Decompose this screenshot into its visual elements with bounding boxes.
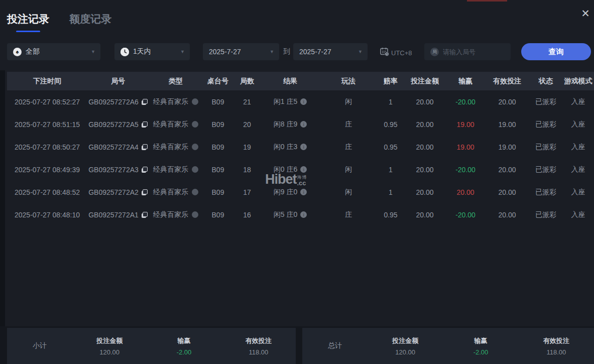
to-label: 到 <box>283 47 290 56</box>
cell-type: 经典百家乐 <box>149 203 203 226</box>
column-header: 状态 <box>529 72 562 90</box>
result-info-icon[interactable]: i <box>300 166 307 173</box>
cell-status-text: 已派彩 <box>535 165 556 174</box>
game-type-dropdown[interactable]: ♠ 全部 ▼ <box>7 43 100 60</box>
cell-play: 庄 <box>319 113 378 136</box>
copy-icon[interactable] <box>142 212 148 218</box>
chevron-down-icon: ▼ <box>91 49 95 54</box>
game-type-dot-icon <box>192 121 198 128</box>
cell-odds-text: 1 <box>389 166 393 174</box>
cell-result-text: 闲5 庄0 <box>274 210 297 219</box>
result-info-icon[interactable]: i <box>300 211 307 218</box>
round-search-field[interactable]: 局 <box>424 43 511 60</box>
cell-result-text: 闲0 庄3 <box>274 143 297 152</box>
result-info-icon[interactable]: i <box>300 121 307 128</box>
total-panel: 总计投注金额120.00输赢-2.00有效投注118.00 <box>302 328 594 364</box>
cell-result-text: 闲0 庄6 <box>274 165 297 174</box>
cell-result: 闲8 庄9i <box>261 113 319 136</box>
cell-time-text: 2025-07-27 08:52:27 <box>15 98 80 106</box>
cell-play-text: 庄 <box>345 210 352 219</box>
cell-odds-text: 0.95 <box>384 120 397 129</box>
cell-bet-amount-text: 20.00 <box>416 143 433 151</box>
result-info-icon[interactable]: i <box>300 98 307 105</box>
summary-label: 总计 <box>302 341 368 350</box>
close-icon[interactable]: ✕ <box>578 6 593 21</box>
cell-type: 经典百家乐 <box>149 158 203 181</box>
cell-round-id: GB09257272A3 <box>87 158 149 181</box>
cell-valid-bet-text: 19.00 <box>498 143 516 151</box>
copy-icon[interactable] <box>142 122 148 128</box>
cell-bet-amount-text: 20.00 <box>416 188 433 196</box>
cell-win-loss: 19.00 <box>446 113 485 136</box>
summary-item: 投注金额120.00 <box>368 336 443 356</box>
summary-item: 投注金额120.00 <box>72 336 147 356</box>
date-to-picker[interactable]: 2025-7-27 ▼ <box>293 43 368 60</box>
cell-table-no-text: B09 <box>212 211 224 219</box>
copy-icon[interactable] <box>142 144 148 150</box>
cell-play-text: 庄 <box>345 120 352 129</box>
cell-game-no-text: 20 <box>243 120 251 129</box>
cell-type: 经典百家乐 <box>149 113 203 136</box>
copy-icon[interactable] <box>142 167 148 173</box>
cell-mode-text: 入座 <box>571 165 585 174</box>
cell-table-no: B09 <box>203 158 233 181</box>
summary-item-value: 118.00 <box>221 348 296 356</box>
cell-table-no-text: B09 <box>212 143 224 151</box>
cell-bet-amount-text: 20.00 <box>416 166 433 174</box>
table-row: 2025-07-27 08:50:27GB09257272A4经典百家乐B091… <box>7 136 594 158</box>
table-row: 2025-07-27 08:52:27GB09257272A6经典百家乐B092… <box>7 90 594 113</box>
cell-odds: 0.95 <box>378 113 404 136</box>
cell-bet-amount: 20.00 <box>404 90 446 113</box>
date-from-picker[interactable]: 2025-7-27 ▼ <box>203 43 279 60</box>
round-number-icon: 局 <box>430 48 439 56</box>
cell-table-no: B09 <box>203 136 233 158</box>
timezone-indicator[interactable]: UTC+8 <box>380 47 412 59</box>
copy-icon[interactable] <box>142 189 148 195</box>
game-type-dot-icon <box>192 98 198 105</box>
cell-table-no-text: B09 <box>212 98 224 106</box>
cell-type: 经典百家乐 <box>149 90 203 113</box>
time-range-dropdown[interactable]: 1天内 ▼ <box>114 43 190 60</box>
summary-item: 输赢-2.00 <box>147 336 221 356</box>
spade-icon: ♠ <box>13 48 22 56</box>
cell-play: 庄 <box>319 136 378 158</box>
cell-round-id-text: GB09257272A1 <box>88 211 139 219</box>
cell-type: 经典百家乐 <box>149 136 203 158</box>
column-header: 有效投注 <box>485 72 529 90</box>
column-header: 投注金额 <box>404 72 446 90</box>
column-header: 局号 <box>87 72 149 90</box>
cell-result: 闲5 庄0i <box>261 203 319 226</box>
clock-icon <box>121 48 129 56</box>
cell-time-text: 2025-07-27 08:48:10 <box>15 211 80 219</box>
round-search-input[interactable] <box>443 48 501 56</box>
cell-table-no-text: B09 <box>212 120 224 129</box>
cell-status: 已派彩 <box>529 90 562 113</box>
search-button[interactable]: 查询 <box>521 43 591 60</box>
cell-game-no: 16 <box>233 203 261 226</box>
column-header: 下注时间 <box>7 72 87 90</box>
cell-mode: 入座 <box>562 90 594 113</box>
cell-type-text: 经典百家乐 <box>153 120 188 129</box>
cell-odds-text: 0.95 <box>384 211 397 219</box>
cell-round-id-text: GB09257272A4 <box>88 143 139 151</box>
cell-win-loss: 20.00 <box>446 181 485 203</box>
cell-time-text: 2025-07-27 08:48:52 <box>15 188 80 196</box>
summary-item-name: 输赢 <box>443 336 518 345</box>
cell-mode-text: 入座 <box>571 210 585 219</box>
tab-bet-records[interactable]: 投注记录 <box>7 12 49 32</box>
result-info-icon[interactable]: i <box>300 189 307 195</box>
copy-icon[interactable] <box>142 99 148 105</box>
cell-table-no-text: B09 <box>212 188 224 196</box>
column-header: 局数 <box>233 72 261 90</box>
cell-win-loss: 19.00 <box>446 136 485 158</box>
cell-time-text: 2025-07-27 08:51:15 <box>15 120 80 129</box>
cell-time: 2025-07-27 08:48:52 <box>7 181 87 203</box>
cell-play: 闲 <box>319 158 378 181</box>
result-info-icon[interactable]: i <box>300 144 307 150</box>
cell-game-no: 17 <box>233 181 261 203</box>
cell-game-no: 18 <box>233 158 261 181</box>
cell-play-text: 闲 <box>345 97 352 106</box>
tab-quota-records[interactable]: 额度记录 <box>69 12 111 32</box>
cell-type-text: 经典百家乐 <box>153 143 188 152</box>
game-type-dot-icon <box>192 144 198 150</box>
